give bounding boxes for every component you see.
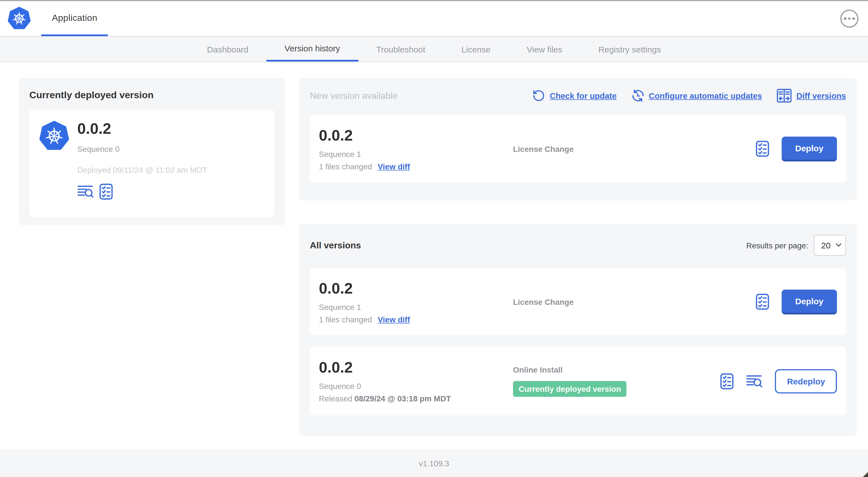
auto-update-clock-icon xyxy=(631,89,644,102)
configure-automatic-updates-label: Configure automatic updates xyxy=(649,91,762,100)
nav-bar: Dashboard Version history Troubleshoot L… xyxy=(0,36,868,62)
results-per-page-label: Results per page: xyxy=(746,241,808,250)
preflight-checks-icon[interactable] xyxy=(756,141,769,157)
refresh-ccw-icon xyxy=(532,89,545,102)
new-version-title: New version available xyxy=(310,91,398,101)
version-source: Online Install Currently deployed versio… xyxy=(513,365,720,397)
sequence-label: Sequence 0 xyxy=(319,382,513,391)
deployed-version-card: 0.0.2 Sequence 0 Deployed 09/11/24 @ 11:… xyxy=(29,110,274,217)
deploy-button[interactable]: Deploy xyxy=(782,136,837,161)
deploy-button[interactable]: Deploy xyxy=(782,289,837,314)
files-changed-label: 1 files changed xyxy=(319,315,372,324)
view-logs-icon[interactable] xyxy=(746,374,763,388)
tab-version-history[interactable]: Version history xyxy=(267,37,358,62)
configure-automatic-updates-link[interactable]: Configure automatic updates xyxy=(631,89,762,102)
version-source-label: License Change xyxy=(513,144,756,153)
version-source-label: Online Install xyxy=(513,365,720,374)
tab-view-files[interactable]: View files xyxy=(509,37,581,62)
version-info: 0.0.2 Sequence 1 1 files changed View di… xyxy=(319,280,513,324)
deployed-timestamp: Deployed 09/11/24 @ 11:02 am MDT xyxy=(77,166,207,174)
diff-columns-icon xyxy=(777,89,792,103)
results-per-page-select[interactable]: 20 xyxy=(814,235,846,256)
all-versions-title: All versions xyxy=(310,240,361,250)
files-changed-label: 1 files changed xyxy=(319,162,372,171)
tab-license[interactable]: License xyxy=(443,37,508,62)
kubernetes-logo-icon xyxy=(39,121,69,150)
preflight-checks-icon[interactable] xyxy=(99,183,113,200)
new-version-card: 0.0.2 Sequence 1 1 files changed View di… xyxy=(310,115,846,182)
results-per-page: Results per page: 20 xyxy=(746,235,846,256)
version-label: 0.0.2 xyxy=(319,359,513,377)
page: Application Dashboard Version history Tr… xyxy=(0,0,868,477)
version-info: 0.0.2 Sequence 0 Released 08/29/24 @ 03:… xyxy=(319,359,513,403)
check-for-update-label: Check for update xyxy=(550,91,617,100)
app-tab[interactable]: Application xyxy=(41,1,108,36)
nav-tabs: Dashboard Version history Troubleshoot L… xyxy=(189,37,679,62)
currently-deployed-title: Currently deployed version xyxy=(29,90,274,101)
tab-dashboard[interactable]: Dashboard xyxy=(189,37,267,62)
view-diff-link[interactable]: View diff xyxy=(378,315,410,324)
redeploy-button[interactable]: Redeploy xyxy=(775,369,837,393)
currently-deployed-panel: Currently deployed version 0.0.2 Sequenc… xyxy=(19,78,285,225)
console-version-label: v1.109.3 xyxy=(419,459,449,468)
diff-versions-link[interactable]: Diff versions xyxy=(777,89,846,103)
kubernetes-logo-icon xyxy=(8,7,30,29)
footer: v1.109.3 xyxy=(0,449,868,477)
version-info: 0.0.2 Sequence 1 1 files changed View di… xyxy=(319,127,513,171)
preflight-checks-icon[interactable] xyxy=(756,294,769,310)
view-diff-link[interactable]: View diff xyxy=(378,162,410,171)
app-header: Application xyxy=(0,1,868,36)
deployed-version-details: 0.0.2 Sequence 0 Deployed 09/11/24 @ 11:… xyxy=(77,119,207,208)
version-source-label: License Change xyxy=(513,297,756,306)
currently-deployed-badge: Currently deployed version xyxy=(513,381,627,397)
version-label: 0.0.2 xyxy=(77,120,207,138)
tab-registry-settings[interactable]: Registry settings xyxy=(581,37,679,62)
version-row: 0.0.2 Sequence 1 1 files changed View di… xyxy=(310,268,846,335)
version-label: 0.0.2 xyxy=(319,280,513,297)
sequence-label: Sequence 1 xyxy=(319,149,513,158)
version-row: 0.0.2 Sequence 0 Released 08/29/24 @ 03:… xyxy=(310,347,846,415)
sequence-label: Sequence 0 xyxy=(77,145,207,153)
main-content: Currently deployed version 0.0.2 Sequenc… xyxy=(0,62,868,436)
app-name: Application xyxy=(52,13,97,23)
new-version-panel: New version available Check for update xyxy=(299,78,857,200)
diff-versions-label: Diff versions xyxy=(796,91,846,100)
right-column: New version available Check for update xyxy=(299,78,857,436)
tab-troubleshoot[interactable]: Troubleshoot xyxy=(358,37,443,62)
cursor-artifact xyxy=(863,472,868,477)
view-logs-icon[interactable] xyxy=(77,185,94,199)
sequence-label: Sequence 1 xyxy=(319,302,513,311)
released-timestamp: Released 08/29/24 @ 03:18 pm MDT xyxy=(319,394,513,403)
version-label: 0.0.2 xyxy=(319,127,513,144)
ellipsis-menu-icon[interactable] xyxy=(840,9,859,28)
check-for-update-link[interactable]: Check for update xyxy=(532,89,617,102)
preflight-checks-icon[interactable] xyxy=(720,373,734,389)
all-versions-panel: All versions Results per page: 20 xyxy=(299,224,857,436)
